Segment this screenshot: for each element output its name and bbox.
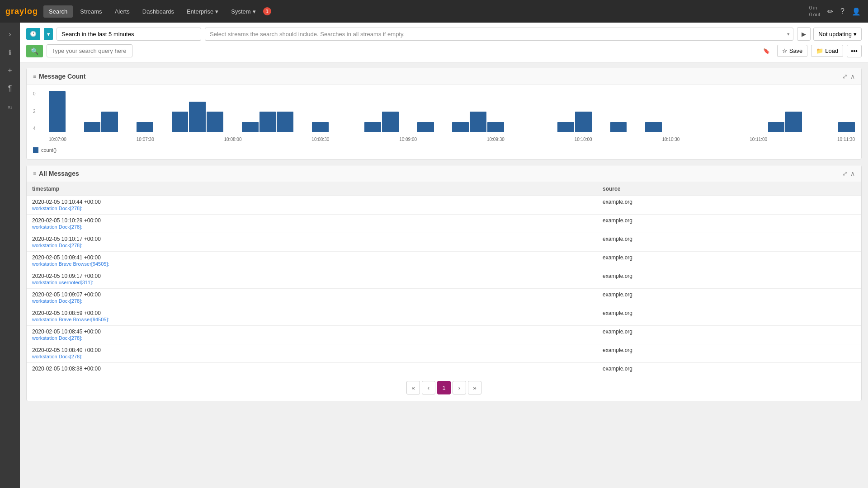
search-area: 🕐 ▾ Select streams the search should inc… <box>20 23 868 62</box>
collapse-messages-icon[interactable]: ∧ <box>850 170 855 177</box>
messages-table-wrapper: timestamp source 2020-02-05 10:10:44 +00… <box>27 182 861 375</box>
expand-chart-icon[interactable]: ⤢ <box>842 73 848 80</box>
message-link[interactable]: workstation Dock[278]: <box>32 354 82 359</box>
load-btn[interactable]: 📁 Load <box>811 45 843 57</box>
cell-source: example.org <box>597 215 861 233</box>
cell-source: example.org <box>597 196 861 215</box>
message-link[interactable]: workstation Dock[278]: <box>32 206 82 211</box>
chart-bar <box>487 122 504 132</box>
add-btn[interactable]: + <box>2 62 18 79</box>
cell-timestamp: 2020-02-05 10:08:38 +00:00 <box>27 363 597 375</box>
cell-source: example.org <box>597 289 861 307</box>
chart-bar <box>610 122 627 132</box>
play-btn[interactable]: ▶ <box>797 27 811 41</box>
message-count-card: ≡ Message Count ⤢ ∧ 4 2 0 <box>26 68 862 160</box>
cell-source: example.org <box>597 233 861 252</box>
nav-alerts[interactable]: Alerts <box>109 5 135 18</box>
cell-timestamp: 2020-02-05 10:10:29 +00:00 workstation D… <box>27 215 597 233</box>
table-row: 2020-02-05 10:09:07 +00:00 workstation D… <box>27 289 861 307</box>
message-link[interactable]: workstation Brave Browser[94505]: <box>32 317 109 322</box>
chart-bars-area <box>49 91 855 132</box>
expand-messages-icon[interactable]: ⤢ <box>842 170 848 177</box>
collapse-chart-icon[interactable]: ∧ <box>850 73 855 80</box>
nav-dashboards[interactable]: Dashboards <box>137 5 179 18</box>
chart-bar <box>277 112 293 132</box>
notupd-chevron-icon: ▾ <box>854 31 857 38</box>
chart-bar <box>364 122 381 132</box>
table-row: 2020-02-05 10:09:17 +00:00 workstation u… <box>27 270 861 289</box>
cell-source: example.org <box>597 270 861 289</box>
messages-table-body: 2020-02-05 10:10:44 +00:00 workstation D… <box>27 196 861 375</box>
app-logo: graylog <box>5 7 38 16</box>
messages-table: timestamp source 2020-02-05 10:10:44 +00… <box>27 182 861 375</box>
more-options-btn[interactable]: ••• <box>847 45 862 57</box>
cell-timestamp: 2020-02-05 10:10:17 +00:00 workstation D… <box>27 233 597 252</box>
message-count-title: ≡ Message Count <box>33 73 85 80</box>
cell-source: example.org <box>597 307 861 326</box>
card-actions: ⤢ ∧ <box>842 73 855 80</box>
nav-streams[interactable]: Streams <box>75 5 107 18</box>
search-query-input[interactable] <box>47 44 132 57</box>
help-icon[interactable]: ? <box>839 5 846 17</box>
chart-bar <box>470 112 486 132</box>
edit-icon[interactable]: ✏ <box>826 5 835 18</box>
nav-search[interactable]: Search <box>43 5 73 18</box>
chart-bar <box>84 122 101 132</box>
table-row: 2020-02-05 10:08:40 +00:00 workstation D… <box>27 344 861 363</box>
message-count-header: ≡ Message Count ⤢ ∧ <box>27 68 861 85</box>
message-count-chart: 4 2 0 10:07:00 10:07:30 10:08:00 10:08:3… <box>33 91 855 145</box>
col-timestamp: timestamp <box>27 182 597 196</box>
message-link[interactable]: workstation Dock[278]: <box>32 335 82 341</box>
messages-card-actions: ⤢ ∧ <box>842 170 855 177</box>
user-icon[interactable]: 👤 <box>850 5 863 18</box>
page-prev-btn[interactable]: ‹ <box>422 381 435 394</box>
message-link[interactable]: workstation Dock[278]: <box>32 298 82 304</box>
nav-system[interactable]: System ▾ <box>226 5 261 18</box>
cell-timestamp: 2020-02-05 10:08:45 +00:00 workstation D… <box>27 326 597 344</box>
pagination: « ‹ 1 › » <box>27 375 861 401</box>
page-next-btn[interactable]: › <box>453 381 466 394</box>
folder-icon: 📁 <box>816 47 823 54</box>
run-search-btn[interactable]: 🔍 <box>26 45 43 57</box>
timerange-dropdown-btn[interactable]: ▾ <box>44 28 53 40</box>
message-link[interactable]: workstation Dock[278]: <box>32 224 82 230</box>
page-current-btn[interactable]: 1 <box>437 381 451 394</box>
info-btn[interactable]: ℹ <box>2 44 18 61</box>
message-link[interactable]: workstation Brave Browser[94505]: <box>32 261 109 267</box>
message-link[interactable]: workstation usernoted[311]: <box>32 280 93 285</box>
timerange-input[interactable] <box>57 28 201 41</box>
paragraph-btn[interactable]: ¶ <box>2 80 18 97</box>
chart-bar <box>785 112 802 132</box>
table-row: 2020-02-05 10:10:29 +00:00 workstation D… <box>27 215 861 233</box>
table-row: 2020-02-05 10:08:45 +00:00 workstation D… <box>27 326 861 344</box>
chart-bar <box>382 112 399 132</box>
subscript-btn[interactable]: x₂ <box>2 99 18 115</box>
search-input-wrapper: 🔖 <box>47 44 774 57</box>
notification-badge[interactable]: 1 <box>263 7 271 15</box>
cell-source: example.org <box>597 344 861 363</box>
chart-bar <box>312 122 329 132</box>
legend-color-box <box>33 147 38 153</box>
save-btn[interactable]: ☆ Save <box>777 45 808 57</box>
cell-timestamp: 2020-02-05 10:08:59 +00:00 workstation B… <box>27 307 597 326</box>
message-link[interactable]: workstation Dock[278]: <box>32 243 82 248</box>
top-navigation: graylog Search Streams Alerts Dashboards… <box>0 0 868 23</box>
not-updating-btn[interactable]: Not updating ▾ <box>813 28 862 41</box>
col-source: source <box>597 182 861 196</box>
system-chevron-icon: ▾ <box>253 8 256 15</box>
timerange-type-btn[interactable]: 🕐 <box>26 28 40 40</box>
star-icon: ☆ <box>782 47 788 54</box>
chart-bar <box>49 91 66 132</box>
expand-sidebar-btn[interactable]: › <box>2 26 18 42</box>
chart-y-axis: 4 2 0 <box>33 91 47 132</box>
all-messages-title: ≡ All Messages <box>33 170 79 177</box>
page-last-btn[interactable]: » <box>468 381 481 394</box>
chart-bar <box>259 112 276 132</box>
messages-table-head: timestamp source <box>27 182 861 196</box>
streams-select[interactable]: Select streams the search should include… <box>205 28 793 41</box>
nav-enterprise[interactable]: Enterprise ▾ <box>181 5 224 18</box>
cell-timestamp: 2020-02-05 10:09:41 +00:00 workstation B… <box>27 252 597 270</box>
search-row-2: 🔍 🔖 ☆ Save 📁 Load ••• <box>26 44 862 57</box>
main-content: 🕐 ▾ Select streams the search should inc… <box>20 23 868 488</box>
page-first-btn[interactable]: « <box>406 381 420 394</box>
